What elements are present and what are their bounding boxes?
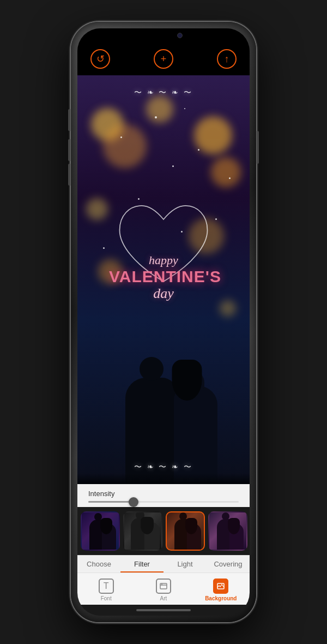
- notch: [128, 28, 199, 44]
- tab-font[interactable]: T Font: [77, 576, 135, 604]
- ground: [77, 473, 250, 484]
- front-camera: [177, 33, 183, 38]
- photo-canvas: 〜 ❧ 〜 ❧ 〜: [77, 75, 250, 484]
- canvas-area: 〜 ❧ 〜 ❧ 〜: [77, 75, 250, 484]
- happy-label: happy: [109, 253, 218, 267]
- undo-button[interactable]: ↺: [90, 49, 110, 69]
- snowflake: [172, 165, 174, 167]
- thumbnail-2[interactable]: [123, 511, 162, 551]
- phone-screen: ↺ + ↑: [77, 28, 250, 616]
- art-icon: [156, 579, 171, 594]
- tab-light[interactable]: Light: [164, 556, 207, 573]
- deco-bottom: 〜 ❧ 〜 ❧ 〜: [125, 460, 202, 472]
- home-bar: [136, 609, 191, 611]
- valentine-text: happy VALENTINE'S day: [109, 253, 218, 301]
- thumbnail-4[interactable]: [208, 511, 247, 551]
- slider-track[interactable]: [88, 501, 239, 503]
- slider-fill: [88, 501, 134, 503]
- bokeh-light: [211, 157, 241, 187]
- bokeh-light: [86, 198, 108, 220]
- tab-choose[interactable]: Choose: [77, 556, 120, 573]
- share-button[interactable]: ↑: [217, 49, 237, 69]
- man-head: [140, 357, 164, 381]
- slider-thumb[interactable]: [129, 497, 138, 507]
- day-label: day: [109, 285, 218, 302]
- intensity-section: Intensity: [77, 484, 250, 507]
- snowflake: [198, 149, 199, 151]
- bokeh-light: [146, 96, 173, 123]
- svg-rect-0: [160, 583, 167, 589]
- background-label: Background: [205, 595, 237, 601]
- thumbnails-section: [77, 507, 250, 555]
- intensity-label: Intensity: [88, 490, 239, 498]
- woman-hair: [172, 360, 202, 401]
- screen: ↺ + ↑: [77, 28, 250, 616]
- tab-filter[interactable]: Filter: [120, 556, 164, 573]
- art-label: Art: [160, 595, 167, 601]
- home-indicator: [77, 605, 250, 616]
- valentines-label: VALENTINE'S: [109, 267, 218, 285]
- thumbnail-3[interactable]: [166, 511, 205, 551]
- tab-covering[interactable]: Covering: [207, 556, 250, 573]
- thumbnail-1[interactable]: [81, 511, 120, 551]
- bottom-tool-nav: T Font Art Background: [77, 573, 250, 605]
- font-label: Font: [101, 595, 112, 601]
- background-icon: [213, 579, 228, 594]
- bokeh-light: [194, 116, 232, 154]
- deco-top: 〜 ❧ 〜 ❧ 〜: [131, 84, 196, 98]
- snowflake: [184, 108, 185, 109]
- snowflake: [138, 198, 140, 200]
- font-icon: T: [99, 579, 114, 594]
- add-button[interactable]: +: [154, 49, 173, 69]
- bokeh-light: [103, 124, 147, 168]
- filter-tabs: Choose Filter Light Covering: [77, 555, 250, 573]
- tab-background[interactable]: Background: [192, 576, 250, 604]
- tab-art[interactable]: Art: [135, 576, 192, 604]
- phone-frame: ↺ + ↑: [71, 22, 256, 622]
